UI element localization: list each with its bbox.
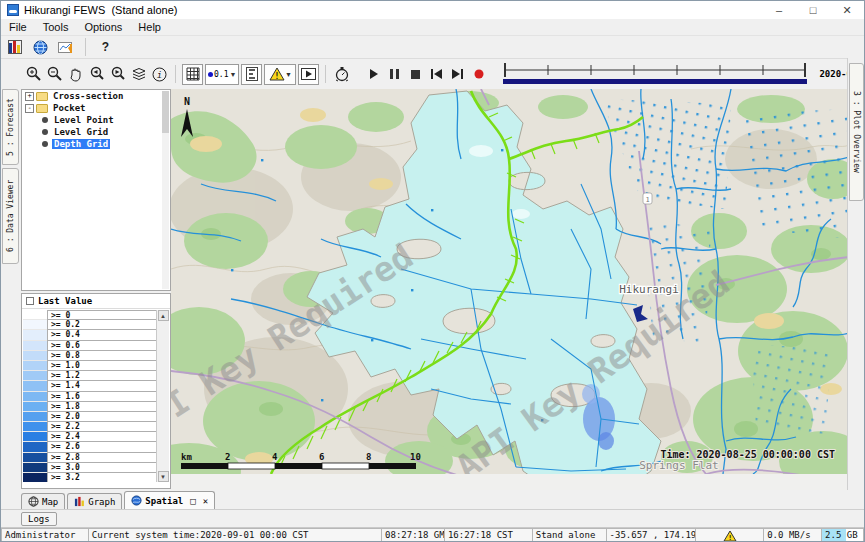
globe-icon[interactable]	[30, 37, 51, 58]
status-gmt-time: 08:27:18 GMT	[382, 528, 445, 542]
tree-expander-icon[interactable]: +	[25, 92, 34, 101]
warning-dropdown[interactable]: ! ▼	[264, 64, 296, 85]
grid-icon[interactable]	[182, 64, 203, 85]
legend-row[interactable]: >= 3.2	[23, 473, 157, 482]
legend-class-list: >= 0>= 0.2>= 0.4>= 0.6>= 0.8>= 1.0>= 1.2…	[23, 310, 157, 482]
legend-row[interactable]: >= 2.8	[23, 453, 157, 463]
legend-threshold-label: >= 0	[47, 310, 157, 320]
legend-scrollbar[interactable]: ▲ ▼	[156, 310, 169, 482]
logs-button[interactable]: Logs	[21, 512, 57, 526]
tree-item-cross-section[interactable]: +Cross-section	[22, 90, 170, 102]
legend-row[interactable]: >= 2.2	[23, 422, 157, 432]
window-title: Hikurangi FEWS (Stand alone)	[24, 4, 177, 16]
legend-row[interactable]: >= 1.8	[23, 402, 157, 412]
globe-icon	[131, 495, 142, 506]
legend-editor-icon[interactable]	[241, 64, 262, 85]
menu-tools[interactable]: Tools	[35, 20, 77, 34]
legend-color-swatch	[23, 422, 47, 432]
legend-color-swatch	[23, 371, 47, 381]
tree-expander-icon[interactable]: -	[25, 104, 34, 113]
tree-item-pocket[interactable]: -Pocket	[22, 102, 170, 114]
last-value-checkbox[interactable]	[26, 297, 34, 305]
pause-icon[interactable]	[384, 64, 405, 85]
legend-color-swatch	[23, 381, 47, 391]
step-back-icon[interactable]	[426, 64, 447, 85]
legend-row[interactable]: >= 1.6	[23, 392, 157, 402]
tree-item-depth-grid[interactable]: Depth Grid	[22, 138, 170, 150]
tree-item-level-grid[interactable]: Level Grid	[22, 126, 170, 138]
legend-row[interactable]: >= 0.8	[23, 351, 157, 361]
timeline-slider[interactable]	[497, 62, 813, 86]
scroll-up-icon[interactable]: ▲	[158, 310, 169, 321]
zoom-in-icon[interactable]	[23, 64, 44, 85]
legend-threshold-label: >= 1.4	[47, 381, 157, 391]
legend-threshold-label: >= 1.6	[47, 392, 157, 402]
zoom-out-icon[interactable]	[44, 64, 65, 85]
zoom-previous-icon[interactable]	[86, 64, 107, 85]
legend-row[interactable]: >= 1.0	[23, 361, 157, 371]
legend-threshold-label: >= 2.8	[47, 453, 157, 463]
tab-maximize-icon[interactable]: □	[190, 496, 195, 506]
scalar-chart-icon[interactable]	[5, 37, 26, 58]
legend-row[interactable]: >= 3.0	[23, 463, 157, 473]
legend-row[interactable]: >= 2.0	[23, 412, 157, 422]
tab-close-icon[interactable]: ✕	[203, 496, 208, 506]
tab-data-viewer[interactable]: 6 : Data Viewer	[2, 168, 19, 264]
menu-file[interactable]: File	[1, 20, 35, 34]
tree-item-label: Cross-section	[51, 91, 125, 101]
legend-color-swatch	[23, 330, 47, 340]
spatial-map[interactable]: 1 API Key Required API Key Required Hiku…	[171, 89, 849, 490]
stop-icon[interactable]	[405, 64, 426, 85]
tab-spatial[interactable]: Spatial □ ✕	[124, 491, 215, 509]
tree-item-level-point[interactable]: Level Point	[22, 114, 170, 126]
threshold-dropdown[interactable]: 0.1 ▼	[205, 64, 239, 85]
pan-icon[interactable]	[65, 64, 86, 85]
scroll-down-icon[interactable]: ▼	[158, 471, 169, 482]
legend-row[interactable]: >= 2.6	[23, 442, 157, 452]
svg-text:km: km	[181, 452, 192, 462]
info-icon[interactable]: i	[149, 64, 170, 85]
zoom-next-icon[interactable]	[107, 64, 128, 85]
legend-row[interactable]: >= 1.2	[23, 371, 157, 381]
menu-options[interactable]: Options	[76, 20, 130, 34]
tab-forecast[interactable]: 5 : Forecast	[2, 89, 19, 165]
legend-color-swatch	[23, 392, 47, 402]
tab-map[interactable]: Map	[21, 493, 65, 509]
tab-graph[interactable]: Graph	[67, 493, 122, 509]
tree-scrollbar[interactable]	[162, 91, 169, 289]
legend-row[interactable]: >= 0.6	[23, 341, 157, 351]
tab-plot-overview[interactable]: 3 : Plot Overview	[849, 63, 864, 201]
map-time-label: Time: 2020-08-25 00:00:00 CST	[660, 449, 835, 460]
timer-icon[interactable]	[331, 64, 352, 85]
legend-color-swatch	[23, 442, 47, 452]
help-icon[interactable]: ?	[95, 37, 116, 58]
record-icon[interactable]	[468, 64, 489, 85]
legend-threshold-label: >= 1.8	[47, 402, 157, 412]
last-value-label: Last Value	[38, 296, 92, 306]
minimize-button[interactable]: –	[762, 1, 796, 19]
right-tab-strip: 3 : Plot Overview	[847, 58, 864, 490]
map-toolbar: i 0.1 ▼ ! ▼	[1, 58, 864, 89]
step-forward-icon[interactable]	[447, 64, 468, 85]
legend-threshold-label: >= 1.2	[47, 371, 157, 381]
status-warning[interactable]: !	[696, 528, 764, 542]
bar-chart-icon	[74, 496, 85, 507]
legend-row[interactable]: >= 0.2	[23, 320, 157, 330]
legend-row[interactable]: >= 0	[23, 310, 157, 320]
close-button[interactable]: ✕	[830, 1, 864, 19]
spatial-display-icon[interactable]	[55, 37, 76, 58]
menu-help[interactable]: Help	[130, 20, 169, 34]
status-memory[interactable]: 2.5 GB	[822, 528, 864, 542]
filter-tree: +Cross-section-PocketLevel PointLevel Gr…	[21, 89, 171, 291]
play-icon[interactable]	[363, 64, 384, 85]
node-bullet-icon	[42, 117, 48, 123]
legend-row[interactable]: >= 0.4	[23, 330, 157, 340]
legend-row[interactable]: >= 2.4	[23, 432, 157, 442]
maximize-button[interactable]: □	[796, 1, 830, 19]
timeline-extent-bar	[503, 79, 807, 84]
wire-globe-icon	[28, 496, 39, 507]
layers-icon[interactable]	[128, 64, 149, 85]
status-mode: Stand alone	[533, 528, 607, 542]
animate-icon[interactable]	[298, 64, 319, 85]
legend-row[interactable]: >= 1.4	[23, 381, 157, 391]
